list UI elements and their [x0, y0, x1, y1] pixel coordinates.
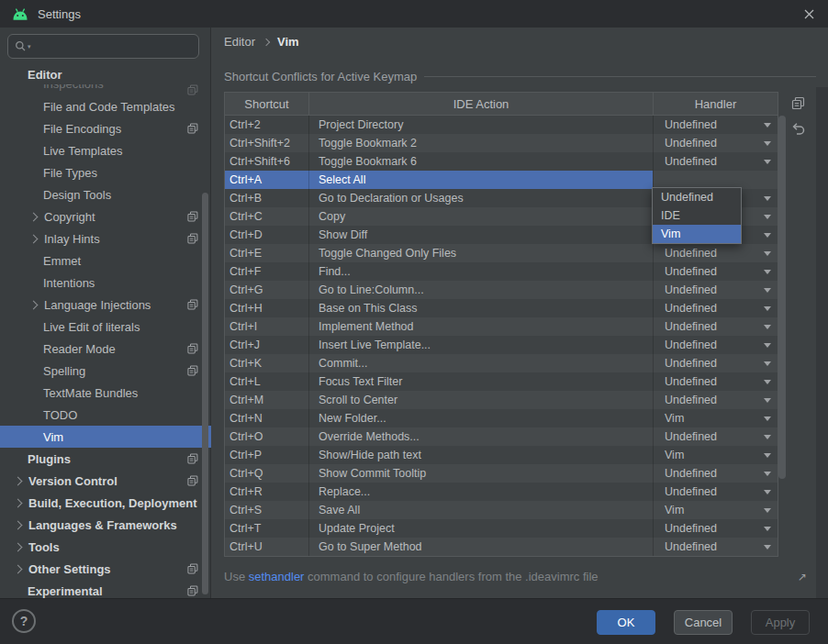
- table-row-ctrl-o[interactable]: Ctrl+OOverride Methods...Undefined: [225, 427, 778, 446]
- sidebar-item-tools[interactable]: Tools: [0, 536, 211, 558]
- sidebar-item-design-tools[interactable]: Design Tools: [0, 183, 211, 205]
- search-input[interactable]: [33, 39, 192, 54]
- sidebar-item-language-injections[interactable]: Language Injections: [0, 294, 211, 316]
- table-row-ctrl-q[interactable]: Ctrl+QShow Commit TooltipUndefined: [225, 464, 778, 483]
- sidebar-scrollbar-thumb[interactable]: [202, 193, 208, 594]
- handler-select[interactable]: Vim: [653, 446, 778, 464]
- apply-button[interactable]: Apply: [751, 610, 810, 635]
- table-row-ctrl-s[interactable]: Ctrl+SSave AllVim: [225, 501, 778, 519]
- table-row-ctrl-a[interactable]: Ctrl+ASelect All: [225, 171, 778, 189]
- handler-select[interactable]: Undefined: [653, 317, 778, 336]
- sidebar-item-inspections[interactable]: Inspections: [0, 84, 211, 95]
- sidebar-item-experimental[interactable]: Experimental: [0, 580, 211, 598]
- table-row-ctrl-l[interactable]: Ctrl+LFocus Text FilterUndefined: [225, 372, 778, 391]
- sidebar-item-copyright[interactable]: Copyright: [0, 205, 211, 228]
- handler-select[interactable]: Undefined: [653, 299, 778, 317]
- table-row-ctrl-n[interactable]: Ctrl+NNew Folder...Vim: [225, 409, 778, 427]
- sidebar-item-reader-mode[interactable]: Reader Mode: [0, 338, 211, 360]
- table-row-ctrl-u[interactable]: Ctrl+UGo to Super MethodUndefined: [225, 538, 778, 556]
- sidebar-item-label: File and Code Templates: [43, 100, 175, 114]
- handler-select[interactable]: Undefined: [653, 262, 778, 281]
- handler-select[interactable]: Undefined: [653, 116, 778, 134]
- sidebar-item-label: Build, Execution, Deployment: [28, 496, 196, 510]
- handler-value: Vim: [665, 449, 684, 461]
- sidebar-item-editor[interactable]: Editor: [0, 64, 211, 84]
- handler-select[interactable]: Undefined: [653, 354, 778, 372]
- handler-select[interactable]: Undefined: [653, 281, 778, 299]
- dropdown-option-vim[interactable]: Vim: [653, 225, 741, 243]
- handler-select[interactable]: Undefined: [653, 134, 778, 152]
- revert-icon[interactable]: [788, 118, 808, 139]
- sidebar-item-intentions[interactable]: Intentions: [0, 272, 211, 294]
- sidebar-item-live-templates[interactable]: Live Templates: [0, 139, 211, 161]
- sidebar-item-file-types[interactable]: File Types: [0, 161, 211, 183]
- table-row-ctrl-t[interactable]: Ctrl+TUpdate ProjectUndefined: [225, 519, 778, 538]
- sidebar-search-box[interactable]: ▾: [7, 34, 199, 59]
- table-row-ctrl-k[interactable]: Ctrl+KCommit...Undefined: [225, 354, 778, 372]
- table-row-ctrl-m[interactable]: Ctrl+MScroll to CenterUndefined: [225, 391, 778, 409]
- handler-select[interactable]: Undefined: [653, 336, 778, 354]
- action-cell: Toggle Changed Only Files: [308, 244, 653, 262]
- sidebar-item-emmet[interactable]: Emmet: [0, 250, 211, 272]
- handler-select[interactable]: Undefined: [653, 427, 778, 446]
- dropdown-option-ide[interactable]: IDE: [653, 206, 741, 225]
- action-cell: Show Diff: [308, 226, 653, 244]
- handler-select[interactable]: Undefined: [653, 519, 778, 538]
- external-link-arrow-icon[interactable]: ↗: [798, 571, 807, 583]
- table-row-ctrl-p[interactable]: Ctrl+PShow/Hide path textVim: [225, 446, 778, 464]
- chevron-down-icon: [764, 527, 771, 531]
- sidebar-item-textmate-bundles[interactable]: TextMate Bundles: [0, 382, 211, 404]
- sidebar-item-spelling[interactable]: Spelling: [0, 360, 211, 382]
- search-icon: [15, 40, 27, 52]
- sidebar-item-languages-frameworks[interactable]: Languages & Frameworks: [0, 514, 211, 536]
- sidebar-item-label: Reader Mode: [43, 342, 116, 356]
- table-scrollbar-thumb[interactable]: [778, 116, 786, 479]
- sidebar-item-version-control[interactable]: Version Control: [0, 470, 211, 492]
- sidebar-item-inlay-hints[interactable]: Inlay Hints: [0, 228, 211, 250]
- sidebar-item-plugins[interactable]: Plugins: [0, 448, 211, 470]
- sidebar-item-file-and-code-templates[interactable]: File and Code Templates: [0, 95, 211, 117]
- table-row-ctrl-f[interactable]: Ctrl+FFind...Undefined: [225, 262, 778, 281]
- table-row-ctrl-2[interactable]: Ctrl+2Project DirectoryUndefined: [225, 116, 778, 134]
- handler-select[interactable]: Undefined: [653, 152, 778, 171]
- sidebar-item-file-encodings[interactable]: File Encodings: [0, 117, 211, 139]
- table-row-ctrl-e[interactable]: Ctrl+EToggle Changed Only FilesUndefined: [225, 244, 778, 262]
- handler-select[interactable]: [653, 171, 778, 189]
- table-row-ctrl-j[interactable]: Ctrl+JInsert Live Template...Undefined: [225, 336, 778, 354]
- sidebar-item-live-edit-of-literals[interactable]: Live Edit of literals: [0, 316, 211, 338]
- column-header-shortcut[interactable]: Shortcut: [225, 93, 308, 115]
- close-icon[interactable]: [800, 6, 817, 22]
- handler-select[interactable]: Undefined: [653, 372, 778, 391]
- handler-select[interactable]: Undefined: [653, 244, 778, 262]
- handler-select[interactable]: Undefined: [653, 538, 778, 556]
- table-row-ctrl-g[interactable]: Ctrl+GGo to Line:Column...Undefined: [225, 281, 778, 299]
- sidebar-item-todo[interactable]: TODO: [0, 404, 211, 426]
- sidebar-item-label: Inspections: [43, 84, 104, 91]
- table-row-ctrl-shift-6[interactable]: Ctrl+Shift+6Toggle Bookmark 6Undefined: [225, 152, 778, 171]
- dropdown-option-undefined[interactable]: Undefined: [653, 188, 741, 206]
- help-button[interactable]: ?: [12, 609, 36, 633]
- shortcut-cell: Ctrl+U: [225, 538, 308, 556]
- table-row-ctrl-i[interactable]: Ctrl+IImplement MethodUndefined: [225, 317, 778, 336]
- copy-icon[interactable]: [788, 93, 808, 113]
- breadcrumb-vim[interactable]: Vim: [277, 35, 299, 49]
- column-header-ide-action[interactable]: IDE Action: [308, 93, 653, 115]
- ok-button[interactable]: OK: [597, 610, 655, 635]
- table-row-ctrl-r[interactable]: Ctrl+RReplace...Undefined: [225, 483, 778, 501]
- hint-prefix: Use: [224, 570, 249, 583]
- handler-select[interactable]: Undefined: [653, 391, 778, 409]
- cancel-button[interactable]: Cancel: [674, 610, 733, 635]
- breadcrumb-editor[interactable]: Editor: [224, 35, 255, 49]
- sethandler-link[interactable]: sethandler: [249, 570, 305, 583]
- sidebar-item-build-execution-deployment[interactable]: Build, Execution, Deployment: [0, 492, 211, 514]
- table-row-ctrl-shift-2[interactable]: Ctrl+Shift+2Toggle Bookmark 2Undefined: [225, 134, 778, 152]
- sidebar-item-vim[interactable]: Vim: [0, 426, 211, 448]
- handler-select[interactable]: Undefined: [653, 464, 778, 483]
- shared-settings-icon: [187, 84, 198, 95]
- handler-select[interactable]: Vim: [653, 409, 778, 427]
- sidebar-item-other-settings[interactable]: Other Settings: [0, 558, 211, 580]
- handler-select[interactable]: Undefined: [653, 483, 778, 501]
- table-row-ctrl-h[interactable]: Ctrl+HBase on This ClassUndefined: [225, 299, 778, 317]
- handler-select[interactable]: Vim: [653, 501, 778, 519]
- column-header-handler[interactable]: Handler: [653, 93, 778, 115]
